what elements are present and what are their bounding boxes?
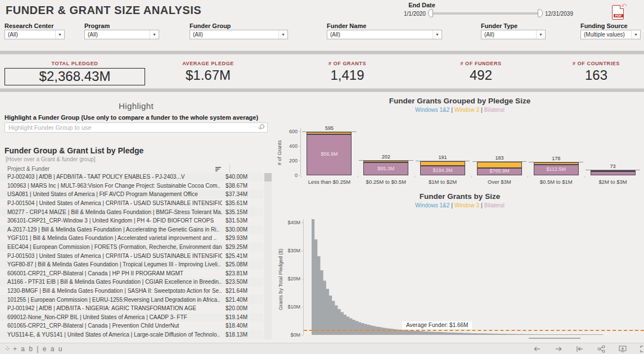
row-amount: $21.40M: [222, 297, 253, 303]
grant-list-subtitle: [Hover over a Grant & funder group]: [6, 156, 96, 162]
kpi-value-0: $2,368.43M: [4, 68, 145, 85]
fullscreen-icon[interactable]: [640, 345, 644, 353]
redo-icon[interactable]: [554, 345, 563, 353]
search-icon: [260, 124, 264, 129]
row-amount: $29.93M: [222, 235, 253, 241]
bar-window3-5[interactable]: [591, 170, 636, 171]
row-project: M0277 - CRP14 MAIZE | Bill & Melinda Gat…: [0, 209, 222, 215]
total-cap-line-3: [472, 161, 527, 162]
table-row[interactable]: YGF101 | Bill & Melinda Gates Foundation…: [0, 234, 263, 243]
chevron-down-icon: ▼: [55, 30, 64, 39]
legend-item-bilateral[interactable]: Bilateral: [484, 202, 505, 208]
table-row[interactable]: M0277 - CRP14 MAIZE | Bill & Melinda Gat…: [0, 207, 263, 216]
table-row[interactable]: 699012-None_Non-CRP BIL | United States …: [0, 313, 263, 322]
table-row[interactable]: EEC404 | European Commission | FORETS (F…: [0, 243, 263, 252]
legend-item-window-3[interactable]: Window 3: [454, 202, 479, 208]
table-row[interactable]: PJ-002403 | AfDB | AFDB/IITA - TAAT POLI…: [0, 173, 263, 181]
chart-funder-grants-grouped: Funder Grants Grouped by Pledge Size Win…: [276, 97, 644, 191]
table-row[interactable]: PJ-001503 | United States of America | C…: [0, 251, 263, 260]
tableau-logo[interactable]: ⁘ + a b | e a u: [4, 344, 63, 353]
slider-handle-right[interactable]: [538, 9, 543, 17]
download-icon[interactable]: [618, 345, 627, 353]
slider-handle-left[interactable]: [428, 9, 433, 17]
bar-window3-4[interactable]: [534, 162, 579, 165]
legend-item-window-3[interactable]: Window 3: [454, 107, 479, 113]
kpi-value-3: 492: [416, 67, 546, 83]
row-amount: $23.50M: [222, 279, 253, 285]
revert-icon[interactable]: [575, 345, 584, 353]
kpi-value-2: 1,419: [281, 67, 413, 83]
row-project: 606001-CRP21_CRP-Bilateral | Canada | HP…: [0, 270, 222, 276]
row-project: PJ-001504 | United States of America | C…: [0, 200, 222, 206]
chart2-horizontal-scrollbar[interactable]: [529, 338, 580, 339]
sort-descending-icon[interactable]: [215, 167, 221, 172]
chart1-y-axis: [300, 128, 301, 175]
filter-dropdown-2[interactable]: (All)▼: [190, 30, 288, 39]
average-line-label: Average Funder: $1.66M: [402, 321, 472, 329]
highlight-instruction: Highlight a Funder Group (Use only to co…: [4, 114, 258, 121]
filter-value-0: (All): [5, 31, 18, 38]
kpi-2: # OF GRANTS1,419: [281, 61, 413, 83]
end-date-label: End Date: [371, 2, 472, 8]
chevron-down-icon: ▼: [150, 30, 159, 39]
table-row[interactable]: YGF80-87 | Bill & Melinda Gates Foundati…: [0, 260, 263, 269]
table-row[interactable]: A-2017-129 | Bill & Melinda Gates Founda…: [0, 225, 263, 234]
footer-icons: [533, 345, 644, 353]
table-scrollbar-thumb[interactable]: [264, 173, 272, 181]
bar-window3-3[interactable]: [477, 162, 522, 168]
table-row[interactable]: 100963 | MARS Inc | MULT-963:Vision For …: [0, 181, 263, 190]
share-icon[interactable]: [597, 345, 606, 353]
bar-total-label-0: 595: [301, 125, 358, 131]
bar-bilateral-5[interactable]: [591, 171, 636, 175]
table-row[interactable]: PJ-001942 | AfDB | AfDB/IITA - NIGERIA: …: [0, 304, 263, 313]
funder-decay-area[interactable]: [304, 219, 644, 336]
filter-label-1: Program: [84, 22, 110, 29]
end-date-slider-track[interactable]: [430, 12, 541, 15]
row-amount: $20.00M: [222, 305, 253, 311]
chart1-tick-0: 0: [278, 173, 298, 178]
kpi-4: # OF COUNTRIES163: [543, 61, 644, 83]
end-date-slider[interactable]: 1/1/2020 12/31/2039: [404, 9, 584, 18]
row-amount: $35.15M: [222, 209, 253, 215]
table-row[interactable]: A1166 - PTF31 EIB | Bill & Melinda Gates…: [0, 278, 263, 287]
bar-window3-1[interactable]: [363, 161, 408, 162]
tableau-logo-icon: ⁘: [4, 344, 11, 353]
table-row[interactable]: YUS114-E, & YUS141 | United States of Am…: [0, 330, 263, 339]
filter-dropdown-3[interactable]: (All)▼: [327, 30, 442, 39]
table-row[interactable]: 606001-CRP21_CRP-Bilateral | Canada | HP…: [0, 269, 263, 278]
chart2-tick-2: $20M: [281, 276, 300, 282]
chevron-down-icon: ▼: [278, 30, 287, 39]
chevron-down-icon: ▼: [631, 30, 640, 39]
table-row[interactable]: 306101-CRP21_CRP-Window 3 | United Kingd…: [0, 216, 263, 225]
table-row[interactable]: 1230-BMGF | Bill & Melinda Gates Foundat…: [0, 287, 263, 296]
filter-dropdown-5[interactable]: (Multiple values)▼: [580, 30, 641, 39]
undo-icon[interactable]: [533, 345, 542, 353]
bar-window3-0[interactable]: [307, 132, 352, 134]
pdf-export-icon[interactable]: PDF ⤺: [611, 3, 625, 21]
table-row[interactable]: 601065-CRP21_CRP-Bilateral | Canada | Pr…: [0, 321, 263, 330]
total-cap-line-2: [416, 161, 470, 161]
row-project: EEC404 | European Commission | FORETS (F…: [0, 244, 222, 250]
filter-dropdown-1[interactable]: (All)▼: [84, 30, 159, 39]
x-tick-label-5: $2M to $3M: [584, 179, 641, 185]
end-date-start-value: 1/1/2020: [404, 11, 426, 17]
grant-table: PJ-002403 | AfDB | AFDB/IITA - TAAT POLI…: [0, 173, 263, 339]
row-project: 101255 | European Commission | EURU-1255…: [0, 297, 222, 303]
highlight-search-input[interactable]: [4, 122, 268, 133]
chevron-down-icon: ▼: [536, 30, 545, 39]
kpi-0: TOTAL PLEDGED$2,368.43M: [4, 61, 145, 85]
filter-dropdown-4[interactable]: (All)▼: [481, 30, 546, 39]
chart2-tick-3: $30M: [281, 248, 300, 253]
legend-item-bilateral[interactable]: Bilateral: [484, 107, 505, 113]
table-row[interactable]: USA081 | United States of America | FtF …: [0, 190, 263, 199]
legend-item-windows-1-2[interactable]: Windows 1&2: [415, 107, 449, 113]
bar-window3-2[interactable]: [420, 161, 465, 166]
table-row[interactable]: 101255 | European Commission | EURU-1255…: [0, 295, 263, 304]
table-scrollbar[interactable]: [264, 173, 272, 339]
filter-dropdown-0[interactable]: (All)▼: [4, 30, 65, 39]
legend-item-windows-1-2[interactable]: Windows 1&2: [415, 202, 449, 208]
row-amount: $38.67M: [222, 183, 253, 189]
kpi-label-1: AVERAGE PLEDGE: [143, 61, 273, 66]
bar-value-label-2: $194.3M: [420, 167, 465, 173]
table-row[interactable]: PJ-001504 | United States of America | C…: [0, 199, 263, 208]
